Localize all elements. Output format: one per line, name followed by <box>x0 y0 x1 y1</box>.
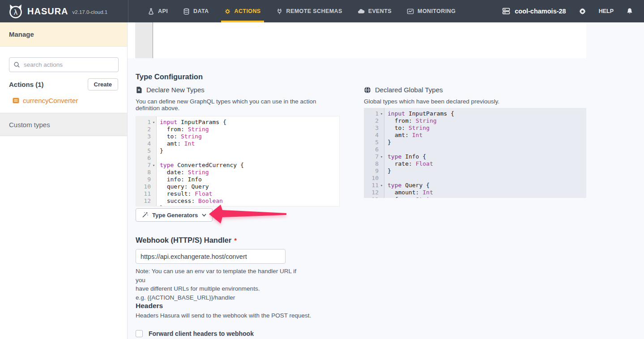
declared-global-types-description: Global types which have been declared pr… <box>364 98 586 105</box>
globe-icon <box>364 86 371 94</box>
hasura-logo-icon: λ <box>8 4 23 19</box>
required-asterisk: * <box>234 236 237 244</box>
search-actions-input[interactable] <box>9 57 119 72</box>
actions-count-label: Actions (1) <box>9 81 44 88</box>
headers-title: Headers <box>136 302 359 310</box>
top-navbar: λ HASURA v2.17.0-cloud.1 API DATA ACTION… <box>0 0 644 22</box>
main-content: Type Configuration Declare New Types You… <box>128 22 644 339</box>
webhook-title: Webhook (HTTP/S) Handler* <box>136 236 306 245</box>
svg-text:λ: λ <box>14 9 18 17</box>
help-link[interactable]: HELP <box>599 8 614 14</box>
declared-global-types-column: Declared Global Types Global types which… <box>364 86 586 206</box>
gear-icon <box>579 8 586 15</box>
sidebar-item-custom-types[interactable]: Custom types <box>0 113 127 136</box>
logo-wordmark: HASURA <box>27 6 68 17</box>
nav-item-actions[interactable]: ACTIONS <box>217 0 269 22</box>
code-editor-declared-global-types: 1▾input InputParams {2 from: String3 to:… <box>364 108 586 198</box>
project-selector[interactable]: cool-chamois-28 <box>502 7 566 15</box>
declare-new-types-column: Declare New Types You can define new Gra… <box>136 86 340 206</box>
action-definition-editor-bottom <box>128 22 586 58</box>
sidebar-item-currencyconverter[interactable]: currencyConverter <box>13 97 78 104</box>
magic-wand-icon <box>142 212 148 218</box>
gears-icon <box>224 8 231 15</box>
settings-button[interactable] <box>579 8 586 15</box>
database-icon <box>183 8 190 15</box>
type-configuration-section: Type Configuration Declare New Types You… <box>136 73 589 206</box>
headers-section: Headers Headers Hasura will send to the … <box>136 302 359 337</box>
cloud-icon <box>358 8 365 15</box>
version-label: v2.17.0-cloud.1 <box>73 9 108 15</box>
headers-description: Headers Hasura will send to the webhook … <box>136 312 359 319</box>
server-icon <box>502 7 511 15</box>
forward-headers-row: Forward client headers to webhook <box>136 330 359 337</box>
type-configuration-title: Type Configuration <box>136 73 589 81</box>
main-nav: API DATA ACTIONS REMOTE SCHEMAS <box>140 0 463 22</box>
chevron-down-icon <box>202 214 206 217</box>
declared-global-types-header: Declared Global Types <box>364 86 586 94</box>
code-editor-declare-new-types[interactable]: 1▾input InputParams {2 from: String3 to:… <box>136 116 340 206</box>
forward-headers-label: Forward client headers to webhook <box>149 330 254 337</box>
action-item-label: currencyConverter <box>23 97 78 104</box>
editor-gutter-remnant <box>135 22 153 58</box>
search-icon <box>13 61 20 68</box>
forward-headers-checkbox[interactable] <box>136 330 143 337</box>
nav-item-monitoring[interactable]: MONITORING <box>399 0 463 22</box>
project-name: cool-chamois-28 <box>515 8 566 15</box>
action-icon <box>13 97 19 104</box>
type-generators-button[interactable]: Type Generators <box>136 208 213 222</box>
annotation-arrow <box>207 203 288 228</box>
actions-count-row: Actions (1) Create <box>9 78 118 91</box>
nav-item-data[interactable]: DATA <box>175 0 216 22</box>
actions-sidebar: Manage Actions (1) Create currencyConver… <box>0 22 128 339</box>
manage-header: Manage <box>0 22 127 47</box>
nav-item-remote-schemas[interactable]: REMOTE SCHEMAS <box>269 0 350 22</box>
search-actions-wrap <box>9 57 119 72</box>
notifications-button[interactable] <box>626 8 633 15</box>
create-action-button[interactable]: Create <box>88 78 118 90</box>
declare-new-types-description: You can define new GraphQL types which y… <box>136 98 340 112</box>
webhook-note: Note: You can use an env var to template… <box>136 267 306 302</box>
nav-item-events[interactable]: EVENTS <box>350 0 399 22</box>
bell-icon <box>626 8 633 15</box>
declare-new-types-header: Declare New Types <box>136 86 340 94</box>
navbar-right: cool-chamois-28 HELP <box>502 0 644 22</box>
chart-icon <box>407 8 414 15</box>
webhook-section: Webhook (HTTP/S) Handler* Note: You can … <box>136 236 306 302</box>
flask-icon <box>148 8 154 15</box>
plug-icon <box>276 8 283 15</box>
file-plus-icon <box>136 86 142 94</box>
nav-item-api[interactable]: API <box>140 0 175 22</box>
webhook-handler-input[interactable] <box>136 249 286 264</box>
logo-area[interactable]: λ HASURA v2.17.0-cloud.1 <box>0 0 128 22</box>
